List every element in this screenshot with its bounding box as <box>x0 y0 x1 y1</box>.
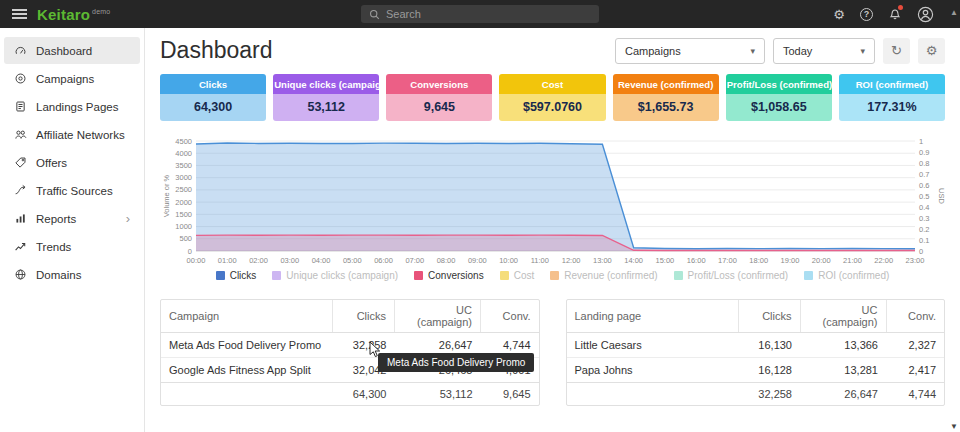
tooltip: Meta Ads Food Delivery Promo <box>378 353 534 372</box>
menu-icon[interactable] <box>12 9 27 19</box>
svg-text:0.6: 0.6 <box>919 181 929 190</box>
sidebar-item-offers[interactable]: Offers <box>4 149 140 176</box>
table-header-row: CampaignClicksUC (campaign)Conv. <box>161 300 539 333</box>
date-range-value: Today <box>783 45 812 57</box>
logo-demo-badge: demo <box>92 8 110 15</box>
metric-value: 53,112 <box>273 94 379 121</box>
dashboard-settings-button[interactable]: ⚙ <box>918 38 945 64</box>
page-header: Dashboard Campaigns ▾ Today ▾ ↻ ⚙ <box>160 37 945 64</box>
scrollbar-up-arrow[interactable]: ▲ <box>950 9 958 17</box>
column-header-uc-campaign[interactable]: UC (campaign) <box>395 300 481 333</box>
column-header-conv[interactable]: Conv. <box>886 300 944 333</box>
cell-value: 16,128 <box>738 358 800 383</box>
legend-swatch <box>414 271 423 280</box>
legend-swatch <box>550 271 559 280</box>
search-input[interactable] <box>386 8 591 20</box>
svg-text:01:00: 01:00 <box>218 256 237 265</box>
settings-icon[interactable]: ⚙ <box>833 8 845 21</box>
table-row[interactable]: Little Caesars16,13013,3662,327 <box>567 333 945 358</box>
svg-text:16:00: 16:00 <box>687 256 706 265</box>
legend-item-unique-clicks-campaign[interactable]: Unique clicks (campaign) <box>272 270 398 281</box>
metric-value: 64,300 <box>160 94 266 121</box>
sidebar-item-label: Campaigns <box>36 73 94 85</box>
metric-value: 177.31% <box>839 94 945 121</box>
table-totals-row: 64,30053,1129,645 <box>161 383 539 406</box>
legend-label: Profit/Loss (confirmed) <box>688 270 789 281</box>
svg-text:1000: 1000 <box>175 222 192 231</box>
search-bar[interactable] <box>361 5 599 23</box>
svg-text:05:00: 05:00 <box>343 256 362 265</box>
svg-text:08:00: 08:00 <box>437 256 456 265</box>
metric-card-cost: Cost$597.0760 <box>499 74 605 121</box>
bell-icon[interactable] <box>888 7 902 21</box>
sidebar-item-reports[interactable]: Reports› <box>4 205 140 232</box>
metric-cards-row: Clicks64,300Unique clicks (campaign)53,1… <box>160 74 945 121</box>
cell-value: 2,417 <box>886 358 944 383</box>
people-icon <box>14 128 27 141</box>
svg-text:Volume or %: Volume or % <box>162 174 171 217</box>
column-header-conv[interactable]: Conv. <box>481 300 539 333</box>
grouping-select[interactable]: Campaigns ▾ <box>615 38 765 64</box>
mouse-cursor <box>369 341 381 358</box>
svg-text:2500: 2500 <box>175 185 192 194</box>
pages-icon <box>14 100 27 113</box>
table-header-row: Landing pageClicksUC (campaign)Conv. <box>567 300 945 333</box>
column-header-landing-page[interactable]: Landing page <box>567 300 739 333</box>
svg-text:0.1: 0.1 <box>919 236 929 245</box>
sidebar: DashboardCampaignsLandings PagesAffiliat… <box>0 28 145 432</box>
speedometer-icon <box>14 44 27 57</box>
svg-text:11:00: 11:00 <box>531 256 549 265</box>
metric-value: $1,058.65 <box>726 94 832 121</box>
legend-item-cost[interactable]: Cost <box>500 270 535 281</box>
svg-text:07:00: 07:00 <box>405 256 424 265</box>
column-header-campaign[interactable]: Campaign <box>161 300 333 333</box>
help-icon[interactable]: ? <box>860 8 873 21</box>
legend-item-profit-loss-confirmed[interactable]: Profit/Loss (confirmed) <box>674 270 789 281</box>
svg-text:00:00: 00:00 <box>187 256 206 265</box>
column-header-clicks[interactable]: Clicks <box>738 300 800 333</box>
svg-text:23:00: 23:00 <box>906 256 925 265</box>
landing-pages-table: Landing pageClicksUC (campaign)Conv.Litt… <box>566 299 946 406</box>
sidebar-item-affiliate-networks[interactable]: Affiliate Networks <box>4 121 140 148</box>
table-row[interactable]: Papa Johns16,12813,2812,417 <box>567 358 945 383</box>
metric-label: Clicks <box>160 74 266 94</box>
column-header-uc-campaign[interactable]: UC (campaign) <box>800 300 886 333</box>
sidebar-item-landings-pages[interactable]: Landings Pages <box>4 93 140 120</box>
refresh-button[interactable]: ↻ <box>883 38 910 64</box>
date-range-select[interactable]: Today ▾ <box>773 38 875 64</box>
logo[interactable]: Keitarodemo <box>37 6 110 23</box>
globe-icon <box>14 268 27 281</box>
cell-value: 13,281 <box>800 358 886 383</box>
sidebar-item-domains[interactable]: Domains <box>4 261 140 288</box>
sidebar-item-campaigns[interactable]: Campaigns <box>4 65 140 92</box>
svg-text:0.9: 0.9 <box>919 148 929 157</box>
sidebar-item-trends[interactable]: Trends <box>4 233 140 260</box>
svg-text:22:00: 22:00 <box>874 256 893 265</box>
legend-item-revenue-confirmed[interactable]: Revenue (confirmed) <box>550 270 657 281</box>
sidebar-item-dashboard[interactable]: Dashboard <box>4 37 140 64</box>
user-avatar-icon[interactable] <box>917 6 934 23</box>
legend-item-roi-confirmed[interactable]: ROI (confirmed) <box>804 270 889 281</box>
dashboard-filters: Campaigns ▾ Today ▾ ↻ ⚙ <box>615 38 945 64</box>
legend-swatch <box>272 271 281 280</box>
target-icon <box>14 72 27 85</box>
trend-icon <box>14 240 27 253</box>
svg-text:1500: 1500 <box>175 210 192 219</box>
svg-text:0.2: 0.2 <box>919 225 929 234</box>
sidebar-item-label: Landings Pages <box>36 101 118 113</box>
sidebar-item-traffic-sources[interactable]: Traffic Sources <box>4 177 140 204</box>
svg-text:14:00: 14:00 <box>624 256 643 265</box>
summary-tables: CampaignClicksUC (campaign)Conv.Meta Ads… <box>160 299 945 406</box>
legend-item-clicks[interactable]: Clicks <box>216 270 257 281</box>
column-header-clicks[interactable]: Clicks <box>333 300 395 333</box>
svg-text:0.3: 0.3 <box>919 214 929 223</box>
legend-label: Conversions <box>428 270 484 281</box>
legend-item-conversions[interactable]: Conversions <box>414 270 484 281</box>
total-value <box>567 383 739 406</box>
svg-text:USD: USD <box>937 188 945 204</box>
scrollbar-down-arrow[interactable]: ▼ <box>950 423 958 431</box>
total-value: 64,300 <box>333 383 395 406</box>
cell-name: Google Ads Fitness App Split <box>161 358 333 383</box>
metric-value: 9,645 <box>386 94 492 121</box>
table-totals-row: 32,25826,6474,744 <box>567 383 945 406</box>
